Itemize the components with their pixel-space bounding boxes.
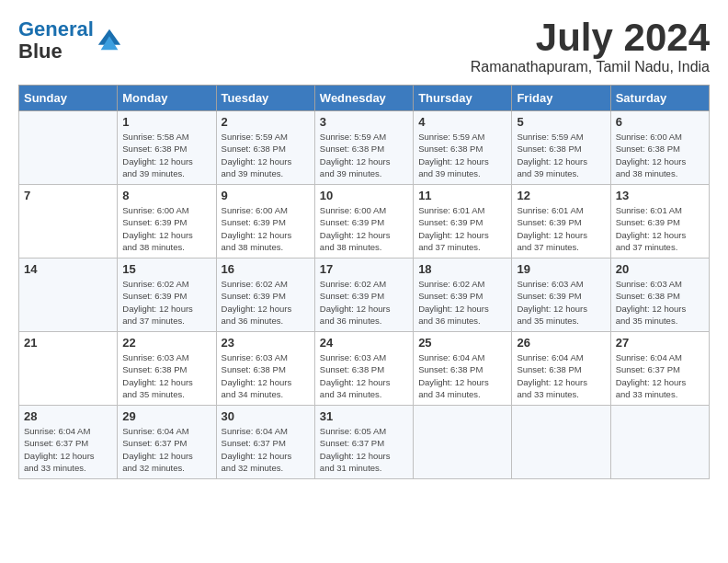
calendar-cell: 17Sunrise: 6:02 AM Sunset: 6:39 PM Dayli… [314, 259, 413, 332]
week-row-0: 1Sunrise: 5:58 AM Sunset: 6:38 PM Daylig… [19, 111, 710, 185]
day-number: 4 [418, 115, 506, 129]
header-row: SundayMondayTuesdayWednesdayThursdayFrid… [19, 86, 710, 111]
calendar-header: SundayMondayTuesdayWednesdayThursdayFrid… [19, 86, 710, 111]
calendar-cell: 28Sunrise: 6:04 AM Sunset: 6:37 PM Dayli… [19, 406, 118, 479]
day-info: Sunrise: 6:05 AM Sunset: 6:37 PM Dayligh… [320, 425, 408, 474]
calendar-cell [512, 406, 610, 479]
day-info: Sunrise: 6:04 AM Sunset: 6:37 PM Dayligh… [122, 425, 210, 474]
day-number: 28 [24, 409, 112, 423]
header-cell-tuesday: Tuesday [216, 86, 314, 111]
day-number: 8 [122, 189, 210, 202]
header-cell-wednesday: Wednesday [314, 86, 413, 111]
calendar-cell: 1Sunrise: 5:58 AM Sunset: 6:38 PM Daylig… [118, 111, 216, 185]
day-info: Sunrise: 6:00 AM Sunset: 6:39 PM Dayligh… [320, 204, 408, 253]
calendar-cell: 13Sunrise: 6:01 AM Sunset: 6:39 PM Dayli… [610, 185, 709, 259]
calendar-cell: 23Sunrise: 6:03 AM Sunset: 6:38 PM Dayli… [216, 332, 314, 406]
calendar-cell: 20Sunrise: 6:03 AM Sunset: 6:38 PM Dayli… [610, 259, 709, 332]
day-info: Sunrise: 5:59 AM Sunset: 6:38 PM Dayligh… [222, 131, 310, 179]
header-cell-monday: Monday [118, 86, 216, 111]
calendar-cell [19, 111, 118, 185]
day-number: 9 [222, 189, 310, 202]
day-number: 12 [517, 189, 605, 202]
day-info: Sunrise: 6:03 AM Sunset: 6:38 PM Dayligh… [122, 351, 210, 400]
calendar-cell: 11Sunrise: 6:01 AM Sunset: 6:39 PM Dayli… [414, 185, 512, 259]
day-number: 31 [320, 409, 408, 423]
week-row-2: 1415Sunrise: 6:02 AM Sunset: 6:39 PM Day… [19, 259, 710, 332]
day-info: Sunrise: 6:02 AM Sunset: 6:39 PM Dayligh… [320, 278, 408, 327]
day-info: Sunrise: 6:04 AM Sunset: 6:38 PM Dayligh… [418, 351, 506, 400]
day-number: 19 [517, 262, 605, 276]
day-number: 26 [517, 336, 605, 350]
day-number: 16 [222, 262, 310, 276]
calendar-cell: 24Sunrise: 6:03 AM Sunset: 6:38 PM Dayli… [314, 332, 413, 406]
day-info: Sunrise: 6:04 AM Sunset: 6:37 PM Dayligh… [24, 425, 112, 474]
logo: GeneralBlue [18, 18, 122, 63]
calendar-cell: 27Sunrise: 6:04 AM Sunset: 6:37 PM Dayli… [610, 332, 709, 406]
page-header: GeneralBlue July 2024 Ramanathapuram, Ta… [18, 18, 710, 75]
day-info: Sunrise: 6:04 AM Sunset: 6:37 PM Dayligh… [222, 425, 310, 474]
day-info: Sunrise: 6:00 AM Sunset: 6:38 PM Dayligh… [616, 131, 704, 179]
day-number: 18 [418, 262, 506, 276]
day-number: 5 [517, 115, 605, 129]
day-info: Sunrise: 5:59 AM Sunset: 6:38 PM Dayligh… [517, 131, 605, 179]
location: Ramanathapuram, Tamil Nadu, India [471, 59, 710, 75]
week-row-3: 2122Sunrise: 6:03 AM Sunset: 6:38 PM Day… [19, 332, 710, 406]
calendar-cell: 18Sunrise: 6:02 AM Sunset: 6:39 PM Dayli… [414, 259, 512, 332]
day-number: 10 [320, 189, 408, 202]
day-info: Sunrise: 6:01 AM Sunset: 6:39 PM Dayligh… [418, 204, 506, 253]
calendar-cell [414, 406, 512, 479]
day-info: Sunrise: 6:00 AM Sunset: 6:39 PM Dayligh… [222, 204, 310, 253]
day-number: 14 [24, 262, 112, 276]
day-number: 21 [24, 336, 112, 350]
calendar-table: SundayMondayTuesdayWednesdayThursdayFrid… [18, 85, 710, 479]
day-info: Sunrise: 6:04 AM Sunset: 6:38 PM Dayligh… [517, 351, 605, 400]
calendar-cell: 16Sunrise: 6:02 AM Sunset: 6:39 PM Dayli… [216, 259, 314, 332]
calendar-cell: 12Sunrise: 6:01 AM Sunset: 6:39 PM Dayli… [512, 185, 610, 259]
calendar-cell: 6Sunrise: 6:00 AM Sunset: 6:38 PM Daylig… [610, 111, 709, 185]
week-row-1: 78Sunrise: 6:00 AM Sunset: 6:39 PM Dayli… [19, 185, 710, 259]
day-info: Sunrise: 6:03 AM Sunset: 6:38 PM Dayligh… [616, 278, 704, 327]
calendar-cell: 10Sunrise: 6:00 AM Sunset: 6:39 PM Dayli… [314, 185, 413, 259]
calendar-cell: 3Sunrise: 5:59 AM Sunset: 6:38 PM Daylig… [314, 111, 413, 185]
day-number: 13 [616, 189, 704, 202]
day-info: Sunrise: 6:01 AM Sunset: 6:39 PM Dayligh… [517, 204, 605, 253]
day-info: Sunrise: 6:03 AM Sunset: 6:38 PM Dayligh… [320, 351, 408, 400]
day-info: Sunrise: 6:03 AM Sunset: 6:38 PM Dayligh… [222, 351, 310, 400]
day-number: 30 [222, 409, 310, 423]
day-number: 6 [616, 115, 704, 129]
logo-text: GeneralBlue [18, 18, 94, 63]
day-number: 23 [222, 336, 310, 350]
day-number: 25 [418, 336, 506, 350]
day-number: 3 [320, 115, 408, 129]
day-number: 11 [418, 189, 506, 202]
calendar-cell: 30Sunrise: 6:04 AM Sunset: 6:37 PM Dayli… [216, 406, 314, 479]
day-info: Sunrise: 5:58 AM Sunset: 6:38 PM Dayligh… [122, 131, 210, 179]
day-number: 2 [222, 115, 310, 129]
day-number: 17 [320, 262, 408, 276]
header-cell-saturday: Saturday [610, 86, 709, 111]
day-number: 22 [122, 336, 210, 350]
calendar-cell: 26Sunrise: 6:04 AM Sunset: 6:38 PM Dayli… [512, 332, 610, 406]
calendar-cell: 21 [19, 332, 118, 406]
title-block: July 2024 Ramanathapuram, Tamil Nadu, In… [471, 18, 710, 75]
calendar-cell: 19Sunrise: 6:03 AM Sunset: 6:39 PM Dayli… [512, 259, 610, 332]
calendar-cell: 5Sunrise: 5:59 AM Sunset: 6:38 PM Daylig… [512, 111, 610, 185]
day-number: 1 [122, 115, 210, 129]
day-info: Sunrise: 6:01 AM Sunset: 6:39 PM Dayligh… [616, 204, 704, 253]
calendar-cell: 4Sunrise: 5:59 AM Sunset: 6:38 PM Daylig… [414, 111, 512, 185]
calendar-cell: 9Sunrise: 6:00 AM Sunset: 6:39 PM Daylig… [216, 185, 314, 259]
day-info: Sunrise: 5:59 AM Sunset: 6:38 PM Dayligh… [320, 131, 408, 179]
calendar-cell: 31Sunrise: 6:05 AM Sunset: 6:37 PM Dayli… [314, 406, 413, 479]
header-cell-sunday: Sunday [19, 86, 118, 111]
calendar-cell: 2Sunrise: 5:59 AM Sunset: 6:38 PM Daylig… [216, 111, 314, 185]
day-info: Sunrise: 6:02 AM Sunset: 6:39 PM Dayligh… [222, 278, 310, 327]
logo-icon [97, 28, 122, 53]
calendar-cell: 8Sunrise: 6:00 AM Sunset: 6:39 PM Daylig… [118, 185, 216, 259]
day-info: Sunrise: 6:03 AM Sunset: 6:39 PM Dayligh… [517, 278, 605, 327]
month-title: July 2024 [471, 18, 710, 57]
header-cell-friday: Friday [512, 86, 610, 111]
day-info: Sunrise: 5:59 AM Sunset: 6:38 PM Dayligh… [418, 131, 506, 179]
day-info: Sunrise: 6:02 AM Sunset: 6:39 PM Dayligh… [418, 278, 506, 327]
day-number: 20 [616, 262, 704, 276]
day-info: Sunrise: 6:02 AM Sunset: 6:39 PM Dayligh… [122, 278, 210, 327]
